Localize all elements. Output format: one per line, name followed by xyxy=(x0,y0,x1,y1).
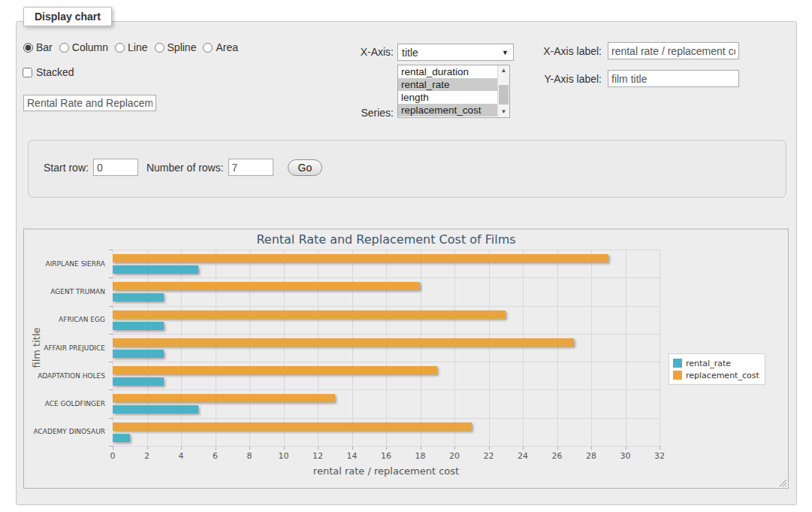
x-axis-select[interactable]: title ▼ xyxy=(397,44,514,61)
chart-type-label: Column xyxy=(72,41,108,53)
resize-handle-icon[interactable] xyxy=(778,478,786,486)
series-options: rental_durationrental_ratelengthreplacem… xyxy=(398,65,497,117)
y-axis-tick xyxy=(109,418,113,419)
gridline xyxy=(284,250,285,446)
x-tick-label: 2 xyxy=(132,451,162,461)
x-axis-select-label: X-Axis: xyxy=(309,46,394,58)
chart-legend: rental_ratereplacement_cost xyxy=(669,353,765,385)
bar-rental_rate[interactable] xyxy=(113,293,164,301)
x-tick-label: 30 xyxy=(611,451,641,461)
y-axis-tick xyxy=(109,389,113,390)
radio-line[interactable] xyxy=(115,43,125,53)
gridline xyxy=(454,250,455,446)
bar-replacement_cost[interactable] xyxy=(113,338,574,347)
chart-title-input[interactable] xyxy=(23,95,156,111)
radio-column[interactable] xyxy=(59,43,69,53)
gridline xyxy=(113,306,660,307)
series-option-rental_rate[interactable]: rental_rate xyxy=(398,78,497,91)
chart-type-option-bar[interactable]: Bar xyxy=(23,41,53,53)
start-row-input[interactable] xyxy=(93,159,138,176)
bar-rental_rate[interactable] xyxy=(113,350,164,358)
y-axis-tick xyxy=(109,250,113,250)
bar-rental_rate[interactable] xyxy=(113,377,164,386)
x-axis-label-field-label: X-Axis label: xyxy=(502,45,602,57)
x-axis-tick xyxy=(660,446,660,450)
gridline xyxy=(626,250,626,446)
go-button[interactable]: Go xyxy=(288,159,323,176)
legend-label: replacement_cost xyxy=(686,371,759,380)
radio-area[interactable] xyxy=(203,43,213,53)
legend-item-rental_rate[interactable]: rental_rate xyxy=(673,357,759,369)
scroll-down-icon[interactable]: ▼ xyxy=(498,107,509,117)
y-axis-tick xyxy=(109,334,113,335)
category-label: AIRPLANE SIERRA xyxy=(24,260,105,268)
series-option-length[interactable]: length xyxy=(398,91,497,104)
y-axis-tick xyxy=(109,277,113,278)
category-label: AGENT TRUMAN xyxy=(24,288,105,295)
category-label: AFFAIR PREJUDICE xyxy=(24,344,105,352)
bar-replacement_cost[interactable] xyxy=(113,282,420,290)
chart-type-label: Area xyxy=(216,41,238,53)
bar-rental_rate[interactable] xyxy=(113,405,198,414)
bar-replacement_cost[interactable] xyxy=(113,254,608,262)
x-axis-label-input[interactable] xyxy=(608,42,739,59)
gridline xyxy=(113,334,660,335)
chart-type-option-area[interactable]: Area xyxy=(203,41,238,53)
x-tick-label: 24 xyxy=(508,451,538,461)
start-row-label: Start row: xyxy=(44,162,89,174)
bar-rental_rate[interactable] xyxy=(113,265,198,274)
gridline xyxy=(113,446,660,447)
stacked-option[interactable]: Stacked xyxy=(23,66,74,78)
gridline xyxy=(113,250,660,250)
chart-type-radios: BarColumnLineSplineArea xyxy=(23,41,238,53)
gridline xyxy=(557,250,558,446)
y-axis-label-input[interactable] xyxy=(608,70,739,87)
gridline xyxy=(489,250,490,446)
legend-item-replacement_cost[interactable]: replacement_cost xyxy=(673,369,759,381)
chart-type-option-line[interactable]: Line xyxy=(115,41,147,53)
x-tick-label: 26 xyxy=(542,451,572,461)
number-of-rows-label: Number of rows: xyxy=(146,162,224,174)
bar-replacement_cost[interactable] xyxy=(113,366,437,374)
x-tick-label: 18 xyxy=(406,451,436,461)
series-option-replacement_cost[interactable]: replacement_cost xyxy=(398,104,497,117)
bar-replacement_cost[interactable] xyxy=(113,311,506,319)
y-axis-tick xyxy=(109,446,113,447)
x-tick-label: 32 xyxy=(644,451,675,461)
bar-rental_rate[interactable] xyxy=(113,322,164,330)
radio-spline[interactable] xyxy=(155,43,165,53)
x-tick-label: 20 xyxy=(439,451,469,461)
gridline xyxy=(352,250,353,446)
panel-title: Display chart xyxy=(23,7,112,26)
chart-type-option-spline[interactable]: Spline xyxy=(155,41,197,53)
gridline xyxy=(386,250,387,446)
gridline xyxy=(113,250,113,446)
series-option-rental_duration[interactable]: rental_duration xyxy=(398,65,497,78)
chart-type-option-column[interactable]: Column xyxy=(59,41,108,53)
page: Display chart BarColumnLineSplineArea St… xyxy=(0,0,812,512)
gridline xyxy=(181,250,182,446)
gridline xyxy=(421,250,421,446)
y-axis-tick xyxy=(109,362,113,362)
stacked-label: Stacked xyxy=(36,66,74,78)
gridline xyxy=(249,250,250,446)
chart-type-label: Line xyxy=(128,41,147,53)
bar-rental_rate[interactable] xyxy=(113,434,130,442)
radio-bar[interactable] xyxy=(23,43,33,53)
series-listbox[interactable]: rental_durationrental_ratelengthreplacem… xyxy=(397,65,510,118)
x-tick-label: 14 xyxy=(337,451,367,461)
number-of-rows-input[interactable] xyxy=(228,159,273,176)
category-label: ACE GOLDFINGER xyxy=(24,400,105,407)
series-list-label: Series: xyxy=(309,107,394,119)
legend-label: rental_rate xyxy=(686,359,731,368)
gridline xyxy=(523,250,524,446)
gridline xyxy=(113,277,660,278)
legend-swatch-icon xyxy=(673,359,682,368)
bar-replacement_cost[interactable] xyxy=(113,423,472,431)
gridline xyxy=(113,362,660,362)
category-label: ADAPTATION HOLES xyxy=(24,372,105,380)
stacked-checkbox[interactable] xyxy=(23,68,32,77)
x-tick-label: 4 xyxy=(166,451,196,461)
scrollbar-thumb[interactable] xyxy=(499,85,509,105)
bar-replacement_cost[interactable] xyxy=(113,394,335,402)
